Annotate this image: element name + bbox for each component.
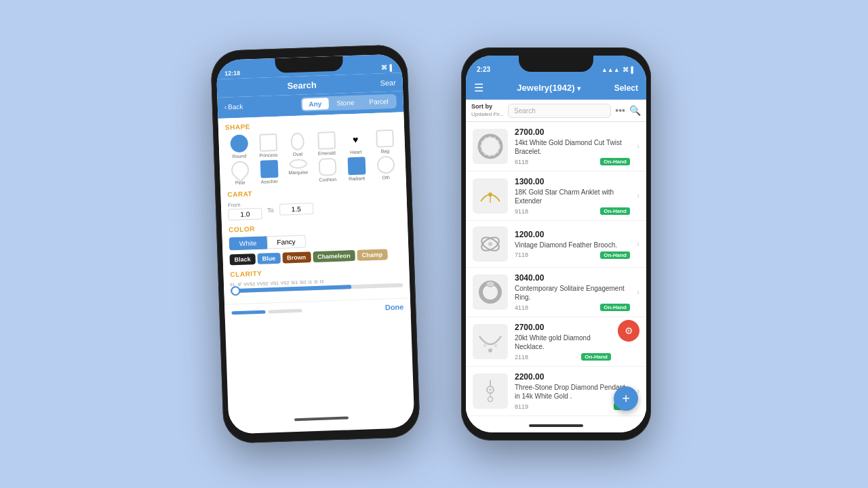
item-thumb-3: [473, 226, 508, 262]
app-title-text: Jewelry(1942): [517, 83, 574, 93]
front-home-indicator: [466, 419, 646, 432]
wifi-front-icon: ⌘: [623, 66, 629, 73]
shape-princess-item[interactable]: Princess: [254, 134, 281, 158]
jewelry-list: 2700.00 14kt White Gold Diamond Cut Twis…: [466, 122, 646, 419]
back-status-icons: ⌘ ▌: [380, 64, 394, 72]
front-status-icons: ▲▲▲ ⌘ ▌: [601, 66, 635, 73]
more-icon[interactable]: •••: [615, 105, 625, 116]
carat-from-value[interactable]: 1.0: [228, 208, 262, 221]
shape-asscher-item[interactable]: Asscher: [256, 160, 283, 184]
item-footer-1: 6118 On-Hand: [515, 158, 630, 165]
item-price-1: 2700.00: [515, 127, 630, 137]
add-fab-button[interactable]: +: [614, 386, 638, 411]
shape-marquise-item[interactable]: Marquise: [285, 159, 312, 183]
color-toggle-fancy[interactable]: Fancy: [267, 235, 306, 249]
sort-title: Sort by: [471, 103, 504, 111]
item-sku-3: 7118: [515, 251, 528, 258]
back-search-btn[interactable]: Sear: [380, 78, 396, 87]
shape-section-title: SHAPE: [225, 118, 397, 131]
shape-bag-item[interactable]: Bag: [371, 129, 398, 154]
carat-section: CARAT From 1.0 To 1.5: [227, 185, 400, 221]
item-sku-4: 4118: [515, 304, 528, 311]
shape-round-item[interactable]: Round: [225, 134, 252, 159]
carat-to-value[interactable]: 1.5: [279, 203, 313, 216]
shape-cushion-item[interactable]: Cushion: [314, 158, 341, 182]
back-btn[interactable]: ‹ Back: [224, 103, 243, 111]
jewelry-item-3[interactable]: 1200.00 Vintage Diamond Feather Brooch. …: [466, 221, 646, 268]
color-chip-black[interactable]: Black: [229, 253, 256, 265]
progress-bar-gray: [268, 308, 302, 313]
carat-to-label: To: [267, 207, 274, 214]
pendant-svg: [475, 376, 505, 406]
item-price-2: 1300.00: [515, 177, 630, 186]
color-chip-blue[interactable]: Blue: [257, 253, 280, 264]
hamburger-icon[interactable]: ☰: [474, 81, 484, 94]
shape-other-item[interactable]: Oth: [372, 156, 399, 180]
done-progress: [231, 308, 302, 314]
color-section-title: COLOR: [229, 220, 401, 234]
shape-grid: Round Princess Oval Emerald: [225, 129, 399, 186]
shape-oval-item[interactable]: Oval: [283, 132, 311, 157]
progress-bar-blue: [231, 310, 265, 314]
battery-front-icon: ▌: [631, 66, 635, 73]
app-header: ☰ Jewelry(1942) ▾ Select: [466, 76, 646, 100]
ring-svg: [475, 277, 505, 307]
carat-from-input[interactable]: From 1.0: [228, 201, 262, 221]
wifi-icon: ⌘: [380, 64, 387, 71]
tab-stone[interactable]: Stone: [330, 97, 361, 110]
item-badge-5: On-Hand: [581, 353, 611, 361]
jewelry-item-4[interactable]: 3040.00 Contemporary Solitaire Engagemen…: [466, 268, 646, 317]
shape-heart-label: Heart: [350, 150, 361, 155]
select-button[interactable]: Select: [614, 83, 638, 93]
tab-parcel[interactable]: Parcel: [362, 96, 395, 108]
shape-other-label: Oth: [382, 175, 390, 180]
color-toggle-white[interactable]: White: [229, 237, 267, 251]
jewelry-item-2[interactable]: 1300.00 18K Gold Star Charm Anklet with …: [466, 171, 646, 221]
svg-point-9: [489, 283, 492, 285]
front-notch: [519, 56, 593, 72]
filter-fab-button[interactable]: ⚙: [618, 320, 639, 342]
shape-other-icon: [376, 156, 395, 174]
app-title: Jewelry(1942) ▾: [484, 83, 614, 93]
item-sku-1: 6118: [515, 159, 528, 165]
done-button[interactable]: Done: [385, 303, 404, 312]
item-sku-2: 9118: [515, 208, 528, 215]
clarity-si1: SI1: [291, 280, 298, 285]
shape-pear-item[interactable]: Pear: [226, 161, 254, 185]
back-home-indicator: [294, 416, 349, 421]
color-chip-brown[interactable]: Brown: [282, 251, 311, 263]
item-thumb-1: [473, 129, 508, 164]
item-name-4: Contemporary Solitaire Engagement Ring.: [515, 284, 630, 302]
filter-icon: ⚙: [625, 325, 633, 336]
item-price-6: 2200.00: [515, 372, 630, 382]
item-info-4: 3040.00 Contemporary Solitaire Engagemen…: [515, 273, 630, 311]
home-bar: [529, 424, 583, 427]
shape-emerald-item[interactable]: Emerald: [313, 131, 340, 156]
color-chips: Black Blue Brown Chameleon Champ: [229, 249, 401, 266]
item-info-1: 2700.00 14kt White Gold Diamond Cut Twis…: [515, 127, 630, 165]
sort-sub: Updated Fir...: [471, 111, 504, 118]
jewelry-item-5[interactable]: 2700.00 20kt White gold Diamond Necklace…: [466, 317, 646, 367]
shape-marquise-label: Marquise: [288, 169, 308, 175]
item-sku-6: 8119: [515, 403, 528, 410]
search-icon-btn[interactable]: 🔍: [629, 105, 641, 116]
carat-from-label: From: [228, 201, 262, 209]
clarity-thumb[interactable]: [231, 286, 240, 296]
tab-any[interactable]: Any: [302, 98, 328, 110]
color-chip-champ[interactable]: Champ: [357, 249, 387, 261]
necklace-svg: [475, 327, 505, 357]
shape-emerald-icon: [317, 131, 336, 150]
brooch-svg: [475, 229, 505, 259]
shape-heart-item[interactable]: ♥ Heart: [342, 130, 369, 155]
back-chevron-icon: ‹: [224, 103, 227, 110]
carat-to-input[interactable]: 1.5: [279, 203, 313, 216]
item-price-4: 3040.00: [515, 273, 630, 283]
jewelry-item-1[interactable]: 2700.00 14kt White Gold Diamond Cut Twis…: [466, 122, 646, 171]
item-thumb-2: [473, 178, 508, 214]
item-info-3: 1200.00 Vintage Diamond Feather Brooch. …: [515, 230, 630, 259]
search-input[interactable]: Search: [508, 104, 611, 118]
shape-asscher-icon: [260, 160, 278, 178]
shape-radiant-item[interactable]: Radiant: [343, 157, 370, 181]
color-chip-chameleon[interactable]: Chameleon: [313, 250, 355, 262]
item-name-6: Three-Stone Drop Diamond Pendant in 14k …: [515, 383, 630, 401]
